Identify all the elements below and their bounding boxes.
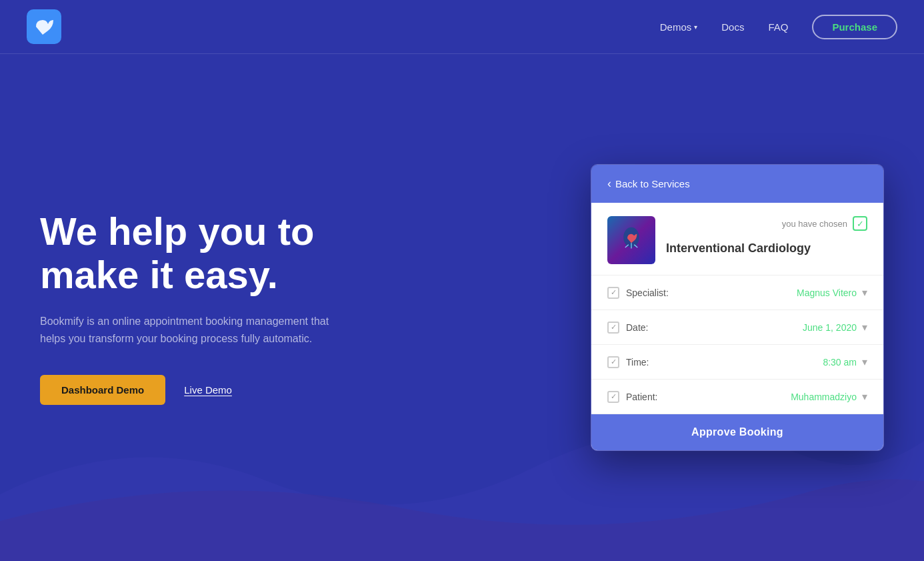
hero-buttons: Dashboard Demo Live Demo [40, 375, 413, 405]
back-to-services-link[interactable]: ‹ Back to Services [607, 177, 867, 191]
time-dropdown[interactable]: ✓ Time: 8:30 am ▾ [591, 345, 883, 380]
purchase-button[interactable]: Purchase [812, 15, 897, 39]
patient-chevron-icon: ▾ [862, 390, 867, 403]
nav-docs[interactable]: Docs [721, 21, 744, 33]
specialist-label: Specialist: [626, 288, 669, 298]
specialist-chevron-icon: ▾ [862, 286, 867, 299]
chosen-badge: you have chosen ✓ [666, 216, 867, 231]
patient-dropdown[interactable]: ✓ Patient: Muhammadziyo ▾ [591, 380, 883, 414]
service-image [607, 216, 655, 264]
patient-value: Muhammadziyo [791, 392, 857, 402]
back-arrow-icon: ‹ [607, 177, 611, 191]
service-info: you have chosen ✓ Interventional Cardiol… [666, 216, 867, 255]
hero-description: Bookmify is an online appointment bookin… [40, 313, 333, 348]
logo[interactable] [27, 9, 61, 44]
time-check-icon: ✓ [607, 356, 619, 368]
patient-check-icon: ✓ [607, 391, 619, 403]
live-demo-button[interactable]: Live Demo [184, 384, 232, 396]
date-check-icon: ✓ [607, 322, 619, 334]
time-chevron-icon: ▾ [862, 356, 867, 368]
service-card: you have chosen ✓ Interventional Cardiol… [591, 203, 883, 275]
approve-booking-button[interactable]: Approve Booking [591, 414, 883, 450]
specialist-value: Magnus Vitero [797, 288, 857, 298]
nav-links: Demos ▾ Docs FAQ Purchase [660, 15, 897, 39]
specialist-check-icon: ✓ [607, 287, 619, 299]
hero-content: We help you to make it easy. Bookmify is… [40, 210, 413, 405]
date-dropdown[interactable]: ✓ Date: June 1, 2020 ▾ [591, 310, 883, 345]
nav-faq[interactable]: FAQ [768, 21, 788, 33]
panel-header: ‹ Back to Services [591, 165, 883, 203]
navbar: Demos ▾ Docs FAQ Purchase [0, 0, 924, 54]
hero-section: We help you to make it easy. Bookmify is… [0, 54, 924, 561]
patient-label: Patient: [626, 392, 657, 402]
chosen-check-icon: ✓ [853, 216, 867, 231]
time-value: 8:30 am [823, 357, 857, 368]
nav-demos[interactable]: Demos ▾ [660, 21, 698, 33]
time-label: Time: [626, 357, 649, 368]
demos-chevron-icon: ▾ [694, 23, 697, 31]
panel-body: you have chosen ✓ Interventional Cardiol… [591, 203, 883, 450]
hero-title: We help you to make it easy. [40, 210, 413, 297]
specialist-dropdown[interactable]: ✓ Specialist: Magnus Vitero ▾ [591, 275, 883, 310]
date-chevron-icon: ▾ [862, 321, 867, 334]
date-value: June 1, 2020 [803, 322, 857, 333]
date-label: Date: [626, 322, 648, 333]
dashboard-demo-button[interactable]: Dashboard Demo [40, 375, 165, 405]
booking-panel: ‹ Back to Services [591, 164, 884, 451]
service-title: Interventional Cardiology [666, 241, 867, 255]
